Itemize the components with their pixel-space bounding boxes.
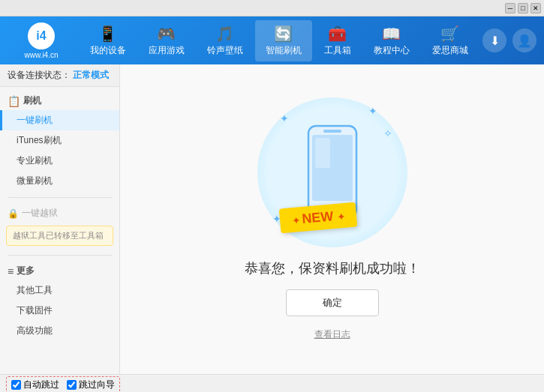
skip-wizard-checkbox[interactable]: 跳过向导 bbox=[67, 379, 115, 391]
flash-section: 📋 刷机 一键刷机 iTunes刷机 专业刷机 微量刷机 bbox=[0, 87, 119, 196]
logo-subtext: www.i4.cn bbox=[24, 51, 58, 59]
sparkle-2: ✦ bbox=[368, 105, 377, 117]
minimize-btn[interactable]: ─ bbox=[505, 3, 515, 13]
phone-illustration: ✦ ✦ ✦ ✧ bbox=[257, 97, 407, 247]
nav-bar: 📱 我的设备 🎮 应用游戏 🎵 铃声壁纸 🔄 智能刷机 🧰 工具箱 📖 教程中心… bbox=[75, 20, 482, 61]
title-bar: ─ □ ✕ bbox=[0, 0, 544, 16]
sidebar-pro-flash[interactable]: 专业刷机 bbox=[0, 151, 119, 171]
jailbreak-section: 🔒 一键越狱 越狱工具已转移至工具箱 bbox=[0, 199, 119, 253]
more-section-header: ≡ 更多 bbox=[0, 262, 119, 280]
skip-wizard-label: 跳过向导 bbox=[79, 379, 115, 391]
status-label: 设备连接状态： bbox=[8, 70, 71, 80]
jailbreak-label: 一键越狱 bbox=[22, 207, 58, 220]
auto-skip-input[interactable] bbox=[11, 380, 21, 390]
illustration-bg: ✦ ✦ ✦ ✧ bbox=[257, 97, 407, 247]
more-section: ≡ 更多 其他工具 下载固件 高级功能 bbox=[0, 257, 119, 346]
flash-section-header: 📋 刷机 bbox=[0, 91, 119, 110]
pro-flash-label: 专业刷机 bbox=[17, 155, 53, 166]
sidebar-micro-flash[interactable]: 微量刷机 bbox=[0, 171, 119, 191]
status-value: 正常模式 bbox=[73, 70, 109, 80]
lock-icon: 🔒 bbox=[8, 208, 19, 219]
nav-smart-flash[interactable]: 🔄 智能刷机 bbox=[255, 20, 312, 61]
sidebar-advanced[interactable]: 高级功能 bbox=[0, 321, 119, 341]
bottom-top-row: 自动跳过 跳过向导 bbox=[0, 375, 544, 392]
itunes-flash-label: iTunes刷机 bbox=[17, 135, 62, 145]
sparkle-4: ✧ bbox=[383, 127, 392, 139]
jailbreak-header: 🔒 一键越狱 bbox=[0, 204, 119, 223]
main-area: 设备连接状态： 正常模式 📋 刷机 一键刷机 iTunes刷机 专业刷机 微量刷… bbox=[0, 64, 544, 374]
divider-1 bbox=[8, 197, 112, 198]
my-device-icon: 📱 bbox=[98, 25, 117, 43]
nav-smart-flash-label: 智能刷机 bbox=[266, 44, 302, 57]
checkbox-group: 自动跳过 跳过向导 bbox=[6, 376, 120, 392]
sidebar-one-key-flash[interactable]: 一键刷机 bbox=[0, 110, 119, 130]
nav-ringtone[interactable]: 🎵 铃声壁纸 bbox=[197, 20, 254, 61]
sparkle-1: ✦ bbox=[280, 112, 289, 124]
more-section-icon: ≡ bbox=[8, 265, 14, 277]
advanced-label: 高级功能 bbox=[17, 325, 53, 336]
micro-flash-label: 微量刷机 bbox=[17, 175, 53, 186]
jailbreak-notice: 越狱工具已转移至工具箱 bbox=[6, 226, 113, 246]
window-controls: ─ □ ✕ bbox=[505, 3, 541, 13]
nav-my-device-label: 我的设备 bbox=[90, 44, 126, 57]
header: i4 www.i4.cn 📱 我的设备 🎮 应用游戏 🎵 铃声壁纸 🔄 智能刷机… bbox=[0, 16, 544, 64]
nav-toolbox[interactable]: 🧰 工具箱 bbox=[314, 20, 362, 61]
user-btn[interactable]: 👤 bbox=[512, 28, 536, 52]
sidebar: 设备连接状态： 正常模式 📋 刷机 一键刷机 iTunes刷机 专业刷机 微量刷… bbox=[0, 64, 120, 374]
jailbreak-notice-text: 越狱工具已转移至工具箱 bbox=[13, 231, 104, 240]
nav-apps-label: 应用游戏 bbox=[149, 44, 185, 57]
more-section-title: 更多 bbox=[17, 265, 35, 277]
content-area: ✦ ✦ ✦ ✧ bbox=[120, 64, 544, 374]
other-tools-label: 其他工具 bbox=[17, 285, 53, 295]
download-firmware-label: 下载固件 bbox=[17, 305, 53, 316]
tutorials-icon: 📖 bbox=[382, 25, 401, 43]
new-badge: NEW bbox=[278, 202, 357, 233]
nav-store[interactable]: 🛒 爱思商城 bbox=[422, 20, 479, 61]
ringtone-icon: 🎵 bbox=[215, 25, 234, 43]
svg-rect-4 bbox=[315, 138, 330, 168]
nav-store-label: 爱思商城 bbox=[432, 44, 468, 57]
sidebar-itunes-flash[interactable]: iTunes刷机 bbox=[0, 130, 119, 151]
nav-tutorials[interactable]: 📖 教程中心 bbox=[363, 20, 420, 61]
store-icon: 🛒 bbox=[440, 25, 459, 43]
success-message: 恭喜您，保资料刷机成功啦！ bbox=[245, 259, 420, 277]
skip-wizard-input[interactable] bbox=[67, 380, 77, 390]
nav-apps[interactable]: 🎮 应用游戏 bbox=[138, 20, 195, 61]
logo-char: i4 bbox=[36, 29, 46, 43]
close-btn[interactable]: ✕ bbox=[530, 3, 541, 13]
nav-ringtone-label: 铃声壁纸 bbox=[207, 44, 243, 57]
connection-status: 设备连接状态： 正常模式 bbox=[0, 64, 119, 87]
bottom-area: 自动跳过 跳过向导 📱 iPhone 12 mini 64GB Down-12m… bbox=[0, 374, 544, 392]
auto-skip-checkbox[interactable]: 自动跳过 bbox=[11, 379, 59, 391]
nav-right-area: ⬇ 👤 bbox=[482, 28, 536, 52]
maximize-btn[interactable]: □ bbox=[518, 3, 528, 13]
secondary-link[interactable]: 查看日志 bbox=[314, 328, 350, 341]
divider-2 bbox=[8, 255, 112, 256]
download-btn[interactable]: ⬇ bbox=[482, 28, 506, 52]
success-area: ✦ ✦ ✦ ✧ bbox=[245, 97, 420, 341]
logo-area: i4 www.i4.cn bbox=[8, 22, 75, 59]
sidebar-other-tools[interactable]: 其他工具 bbox=[0, 280, 119, 301]
toolbox-icon: 🧰 bbox=[328, 25, 347, 43]
logo-icon: i4 bbox=[28, 22, 55, 49]
one-key-flash-label: 一键刷机 bbox=[17, 115, 53, 125]
flash-section-icon: 📋 bbox=[8, 95, 20, 107]
nav-tutorials-label: 教程中心 bbox=[374, 44, 410, 57]
smart-flash-icon: 🔄 bbox=[274, 25, 293, 43]
nav-toolbox-label: 工具箱 bbox=[324, 44, 351, 57]
sidebar-download-firmware[interactable]: 下载固件 bbox=[0, 301, 119, 321]
nav-my-device[interactable]: 📱 我的设备 bbox=[80, 20, 137, 61]
svg-rect-3 bbox=[323, 130, 341, 133]
phone-wrap: NEW bbox=[302, 123, 362, 223]
apps-icon: 🎮 bbox=[157, 25, 176, 43]
confirm-button[interactable]: 确定 bbox=[286, 289, 379, 316]
flash-section-title: 刷机 bbox=[23, 94, 41, 107]
auto-skip-label: 自动跳过 bbox=[23, 379, 59, 391]
